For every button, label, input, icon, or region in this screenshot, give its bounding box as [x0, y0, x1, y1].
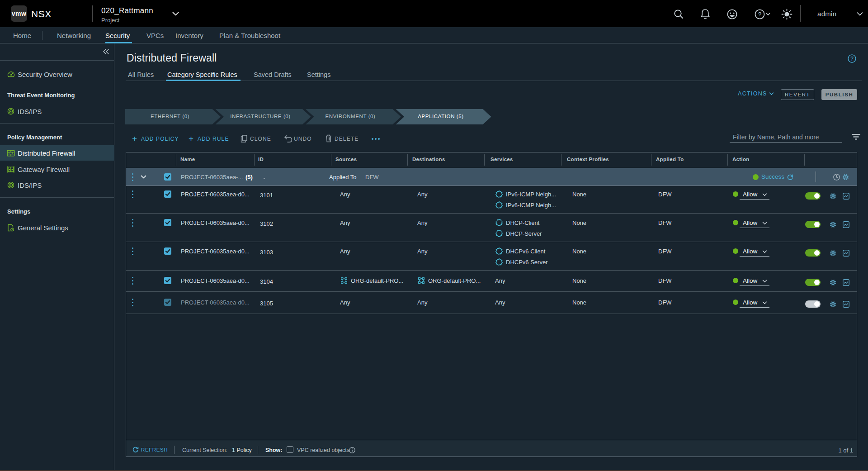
svg-text:?: ?: [758, 11, 762, 18]
svg-text:?: ?: [850, 56, 854, 62]
